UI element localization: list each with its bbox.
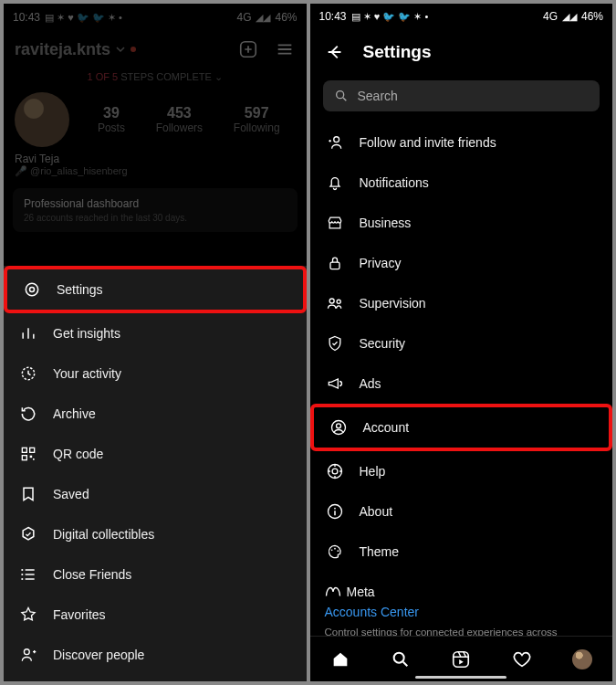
bottom-nav: [310, 636, 613, 681]
svg-point-26: [334, 548, 336, 550]
qr-icon: [18, 445, 38, 463]
professional-dashboard[interactable]: Professional dashboard 26 accounts reach…: [13, 188, 298, 232]
chevron-down-icon: ⌄: [214, 71, 223, 82]
megaphone-icon: [325, 374, 345, 393]
settings-label: Help: [360, 464, 386, 479]
avatar[interactable]: [15, 92, 69, 147]
svg-rect-16: [330, 262, 339, 269]
signal-icon: ◢◢: [562, 11, 577, 23]
status-network: 4G: [543, 10, 558, 23]
status-battery: 46%: [275, 11, 297, 24]
bell-icon: [325, 174, 345, 192]
status-bar: 10:43 ▤ ✶ ♥ 🐦 🐦 ✶ • 4G ◢◢ 46%: [4, 4, 307, 31]
settings-item-supervision[interactable]: Supervision: [310, 283, 613, 323]
svg-rect-5: [30, 448, 35, 452]
notification-dot: [131, 47, 136, 52]
menu-item-covid[interactable]: COVID-19 Information Center: [4, 675, 307, 681]
stat-following[interactable]: 597Following: [234, 105, 280, 134]
svg-point-20: [336, 424, 340, 428]
settings-item-help[interactable]: Help: [310, 451, 613, 491]
menu-item-settings[interactable]: Settings: [4, 266, 307, 313]
settings-label: Account: [363, 420, 410, 435]
settings-item-account[interactable]: Account: [310, 404, 613, 451]
nav-home[interactable]: [329, 648, 351, 670]
status-time: 10:43: [319, 10, 347, 23]
stat-posts[interactable]: 39Posts: [98, 105, 125, 134]
menu-label: Settings: [57, 282, 103, 297]
settings-item-about[interactable]: About: [310, 491, 613, 532]
back-button[interactable]: [325, 42, 345, 62]
stat-followers[interactable]: 453Followers: [156, 105, 203, 134]
nav-profile[interactable]: [571, 648, 593, 670]
settings-header: Settings: [310, 29, 613, 75]
svg-rect-29: [454, 651, 469, 667]
username-selector[interactable]: raviteja.knts: [15, 40, 136, 59]
settings-item-theme[interactable]: Theme: [310, 532, 613, 572]
svg-point-28: [394, 652, 404, 662]
phone-right: 10:43 ▤ ✶ ♥ 🐦 🐦 ✶ • 4G ◢◢ 46% Settings S…: [310, 4, 613, 681]
menu-label: Favorites: [53, 607, 106, 622]
svg-point-15: [333, 136, 339, 142]
menu-label: Saved: [53, 487, 89, 501]
settings-label: Privacy: [360, 256, 402, 270]
menu-item-favorites[interactable]: Favorites: [4, 595, 307, 635]
insights-icon: [18, 324, 38, 342]
add-person-icon: [325, 133, 345, 152]
shield-icon: [325, 334, 345, 353]
status-time: 10:43: [13, 11, 40, 24]
svg-point-17: [329, 299, 334, 303]
lock-icon: [325, 254, 345, 272]
svg-point-24: [334, 508, 336, 510]
menu-item-collectibles[interactable]: Digital collectibles: [4, 514, 307, 554]
svg-rect-4: [22, 448, 26, 452]
steps-complete[interactable]: 1 OF 5 STEPS COMPLETE ⌄: [4, 68, 307, 92]
profile-header: raviteja.knts: [4, 31, 307, 68]
svg-point-14: [336, 91, 343, 99]
nav-reels[interactable]: [450, 648, 472, 670]
settings-item-security[interactable]: Security: [310, 323, 613, 364]
settings-item-ads[interactable]: Ads: [310, 364, 613, 404]
settings-item-notifications[interactable]: Notifications: [310, 163, 613, 203]
menu-item-discover[interactable]: Discover people: [4, 635, 307, 675]
display-name: Ravi Teja: [15, 153, 296, 165]
username: raviteja.knts: [15, 40, 110, 59]
hexagon-icon: [18, 525, 38, 543]
menu-label: Close Friends: [53, 567, 131, 582]
create-button[interactable]: [237, 38, 259, 60]
settings-item-privacy[interactable]: Privacy: [310, 243, 613, 283]
menu-label: Archive: [53, 406, 96, 421]
menu-label: Digital collectibles: [53, 527, 154, 542]
menu-item-saved[interactable]: Saved: [4, 474, 307, 514]
chevron-down-icon: [116, 45, 125, 54]
svg-rect-0: [240, 42, 256, 58]
svg-point-22: [332, 469, 338, 474]
phone-left: 10:43 ▤ ✶ ♥ 🐦 🐦 ✶ • 4G ◢◢ 46% raviteja.k…: [4, 4, 307, 681]
add-person-icon: [18, 646, 38, 664]
menu-item-qr[interactable]: QR code: [4, 434, 307, 474]
menu-item-archive[interactable]: Archive: [4, 394, 307, 434]
nav-search[interactable]: [390, 648, 412, 670]
bookmark-icon: [18, 485, 38, 503]
nav-activity[interactable]: [511, 648, 533, 670]
menu-button[interactable]: [274, 38, 296, 60]
menu-label: QR code: [53, 447, 103, 461]
settings-item-business[interactable]: Business: [310, 203, 613, 243]
info-icon: [325, 502, 345, 521]
menu-item-close-friends[interactable]: Close Friends: [4, 554, 307, 595]
svg-point-27: [337, 550, 339, 552]
palette-icon: [325, 543, 345, 561]
menu-item-activity[interactable]: Your activity: [4, 353, 307, 394]
settings-label: Business: [360, 216, 412, 230]
search-input[interactable]: Search: [323, 80, 600, 111]
help-icon: [325, 462, 345, 480]
menu-label: Get insights: [53, 326, 120, 341]
people-icon: [325, 294, 345, 312]
status-battery: 46%: [581, 10, 603, 23]
svg-point-18: [337, 300, 340, 303]
profile-name-bio: Ravi Teja 🎤 @rio_alias_hisenberg: [4, 147, 307, 181]
accounts-center-link[interactable]: Accounts Center: [325, 605, 599, 619]
activity-icon: [18, 364, 38, 383]
menu-item-insights[interactable]: Get insights: [4, 313, 307, 353]
svg-rect-7: [30, 456, 33, 458]
settings-item-follow-invite[interactable]: Follow and invite friends: [310, 122, 613, 163]
